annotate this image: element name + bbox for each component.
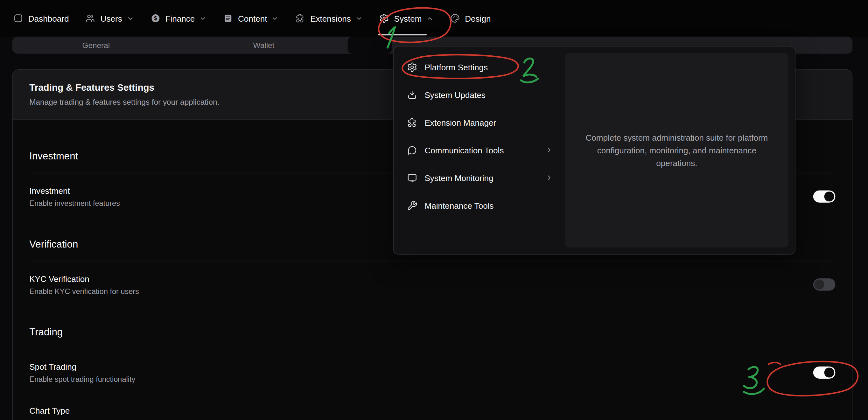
gear-icon	[379, 13, 389, 23]
chevron-down-icon	[199, 14, 207, 22]
section-title: Trading	[29, 326, 835, 339]
users-icon	[86, 13, 95, 23]
system-menu-description: Complete system administration suite for…	[576, 131, 777, 170]
nav-item-design[interactable]: Design	[450, 13, 491, 23]
dashboard-icon	[13, 13, 23, 23]
nav-item-system[interactable]: System	[379, 13, 434, 23]
nav-item-extensions[interactable]: Extensions	[295, 13, 363, 23]
setting-row-text: KYC Verification Enable KYC verification…	[29, 273, 139, 296]
menu-item-label: Communication Tools	[425, 145, 504, 155]
chevron-right-icon	[545, 174, 553, 181]
chevron-up-icon	[426, 14, 433, 22]
chat-bubble-icon	[407, 145, 417, 155]
menu-item-label: Platform Settings	[425, 62, 488, 72]
setting-row-spot-trading: Spot Trading Enable spot trading functio…	[29, 349, 835, 384]
chevron-down-icon	[355, 14, 363, 22]
download-icon	[407, 89, 417, 100]
nav-item-content[interactable]: Content	[223, 13, 279, 23]
tab-active[interactable]	[348, 37, 392, 54]
menu-item-extension-manager[interactable]: Extension Manager	[400, 109, 560, 136]
menu-item-label: Maintenance Tools	[425, 201, 494, 210]
section-trading: Trading Spot Trading Enable spot trading…	[29, 296, 835, 384]
setting-description: Enable spot trading functionality	[29, 376, 135, 384]
toggle-knob	[825, 191, 834, 202]
setting-row-kyc: KYC Verification Enable KYC verification…	[29, 261, 835, 296]
puzzle-icon	[295, 13, 305, 23]
nav-label: Dashboard	[28, 14, 69, 23]
document-icon	[223, 13, 233, 23]
nav-label: Extensions	[310, 14, 351, 23]
setting-description: Enable KYC verification for users	[29, 287, 139, 296]
menu-item-label: Extension Manager	[425, 118, 496, 127]
system-menu-description-panel: Complete system administration suite for…	[565, 53, 788, 247]
spot-trading-toggle[interactable]	[813, 366, 836, 379]
app-root: Dashboard Users $ Finance Content Extens…	[0, 0, 868, 420]
nav-label: Users	[100, 14, 122, 23]
kyc-toggle[interactable]	[813, 278, 836, 291]
nav-item-dashboard[interactable]: Dashboard	[13, 13, 69, 23]
menu-item-communication-tools[interactable]: Communication Tools	[400, 136, 560, 164]
chart-type-label: Chart Type	[29, 406, 835, 415]
palette-icon	[450, 13, 460, 23]
wrench-icon	[407, 200, 417, 211]
menu-item-label: System Monitoring	[425, 173, 493, 183]
monitor-icon	[407, 173, 417, 183]
setting-label: Investment	[29, 185, 120, 197]
toggle-knob	[825, 367, 834, 378]
gear-icon	[407, 62, 417, 72]
system-dropdown-menu: Platform Settings System Updates Extensi…	[393, 46, 796, 254]
puzzle-icon	[407, 117, 417, 128]
menu-item-label: System Updates	[425, 90, 485, 99]
menu-item-system-updates[interactable]: System Updates	[400, 81, 560, 109]
system-menu-list: Platform Settings System Updates Extensi…	[400, 53, 560, 247]
setting-row-text: Investment Enable investment features	[29, 185, 120, 208]
nav-label: Content	[238, 14, 267, 23]
nav-label: Design	[465, 14, 491, 23]
top-navigation: Dashboard Users $ Finance Content Extens…	[0, 0, 868, 37]
chevron-down-icon	[127, 14, 134, 22]
setting-row-text: Spot Trading Enable spot trading functio…	[29, 361, 135, 384]
setting-description: Enable investment features	[29, 199, 120, 207]
menu-item-system-monitoring[interactable]: System Monitoring	[400, 164, 560, 191]
menu-item-maintenance-tools[interactable]: Maintenance Tools	[400, 191, 560, 219]
dollar-circle-icon: $	[150, 13, 160, 23]
menu-item-platform-settings[interactable]: Platform Settings	[400, 53, 560, 81]
nav-label: Finance	[165, 14, 195, 23]
nav-item-finance[interactable]: $ Finance	[150, 13, 206, 23]
svg-text:$: $	[154, 15, 157, 21]
chevron-down-icon	[271, 14, 279, 22]
investment-toggle[interactable]	[813, 190, 836, 202]
nav-item-users[interactable]: Users	[86, 13, 134, 23]
setting-label: KYC Verification	[29, 273, 139, 284]
toggle-knob	[814, 280, 824, 290]
nav-label: System	[394, 14, 422, 23]
tab-general[interactable]: General	[12, 41, 180, 50]
chevron-right-icon	[545, 146, 553, 154]
setting-label: Spot Trading	[29, 361, 135, 372]
tab-wallet[interactable]: Wallet	[180, 41, 347, 50]
